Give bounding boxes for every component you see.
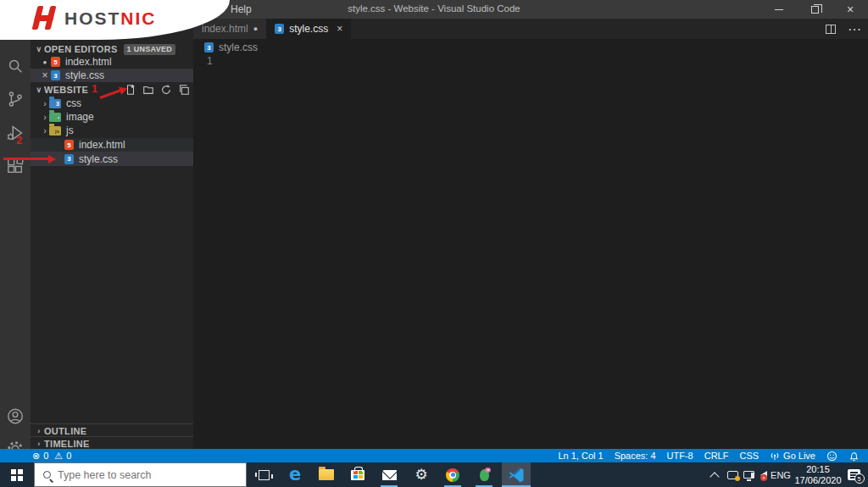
annotation-step-1: 1 [92,82,97,95]
tab-label: style.css [289,23,328,35]
open-editors-header[interactable]: ∨ OPEN EDITORS 1 UNSAVED [31,42,193,56]
feedback-smiley-icon[interactable] [826,451,837,462]
edge-icon: e [289,466,301,484]
modified-dot-icon: ● [253,25,258,33]
css-folder-icon [49,99,61,108]
tray-chevron-button[interactable] [705,462,724,487]
close-editor-icon[interactable]: × [39,69,51,81]
minimize-button[interactable] [761,0,797,19]
timeline-label: TIMELINE [44,439,90,449]
clock[interactable]: 20:15 17/06/2020 [793,464,843,485]
open-editor-item-style-css[interactable]: × style.css [31,69,193,82]
chevron-up-icon [709,472,719,481]
chrome-button[interactable] [440,462,465,487]
vscode-button[interactable] [502,462,531,487]
cursor-position[interactable]: Ln 1, Col 1 [558,451,603,461]
open-editor-item-index-html[interactable]: ● index.html [31,55,193,69]
account-icon[interactable] [6,407,25,425]
chevron-right-icon: › [41,125,49,136]
line-number: 1 [207,55,213,67]
task-view-button[interactable] [251,462,276,487]
file-explorer-button[interactable] [314,462,339,487]
outline-section-header[interactable]: › OUTLINE [31,423,193,437]
language-indicator[interactable]: ENG [768,462,793,487]
parrot-app-button[interactable] [471,462,497,487]
tablet-notification-icon [727,471,738,479]
breadcrumb-file: style.css [219,42,258,53]
breadcrumb[interactable]: style.css [204,42,258,53]
windows-taskbar: e ⚙ ENG 20:15 17/06/2020 5 [0,462,868,487]
go-live-button[interactable]: Go Live [770,451,815,461]
modified-dot-icon: ● [39,58,51,66]
tree-folder-css[interactable]: › css [31,97,193,110]
source-control-icon[interactable] [6,90,25,108]
language-mode[interactable]: CSS [739,451,759,461]
close-button[interactable]: × [832,0,868,19]
encoding[interactable]: UTF-8 [667,451,693,461]
editor-actions: ⋯ [826,19,861,39]
store-button[interactable] [345,462,370,487]
css-file-icon [275,24,284,34]
editor-area: index.html ● style.css × ⋯ style.css 1 [193,19,868,449]
brand-nic-text: NIC [120,8,156,28]
action-center-icon: 5 [848,469,860,480]
open-editors-label: OPEN EDITORS [44,44,118,54]
tree-folder-js[interactable]: › js [31,124,193,137]
tab-label: index.html [202,23,248,35]
notifications-bell-icon[interactable] [849,451,860,462]
chevron-right-icon: › [34,440,44,448]
mail-button[interactable] [376,462,402,487]
parrot-app-icon [480,469,489,481]
brand-host-text: HOST [64,8,120,28]
taskbar-search[interactable] [34,462,247,487]
restore-button[interactable] [797,0,832,19]
windows-logo-icon [11,469,23,481]
indentation[interactable]: Spaces: 4 [615,451,656,461]
close-tab-icon[interactable]: × [337,23,342,35]
hostnic-h-icon [30,6,61,30]
settings-button[interactable]: ⚙ [409,462,434,487]
edge-button[interactable]: e [282,462,308,487]
css-file-icon [51,70,60,80]
tree-file-index-html[interactable]: index.html [31,138,193,152]
notification-count-badge: 5 [854,473,865,484]
more-actions-icon[interactable]: ⋯ [848,21,861,37]
refresh-icon[interactable] [159,84,172,97]
search-icon[interactable] [6,57,25,75]
error-icon: ⊗ [32,451,40,462]
tree-folder-image[interactable]: › image [31,110,193,124]
tree-item-label: js [66,125,74,136]
chevron-right-icon: › [34,427,44,435]
error-count: 0 [43,451,48,461]
gear-icon: ⚙ [415,468,427,482]
language-label: ENG [771,470,791,480]
window-title: style.css - Website - Visual Studio Code [170,3,698,14]
speaker-muted-icon [760,471,767,479]
tree-item-label: index.html [79,139,125,151]
tab-style-css[interactable]: style.css × [266,19,351,39]
activity-bar [0,19,31,449]
mail-icon [382,470,397,480]
search-input[interactable] [58,469,227,481]
problems-indicator[interactable]: ⊗ 0 ⚠ 0 [0,451,71,462]
collapse-all-icon[interactable] [177,84,190,97]
action-center-button[interactable]: 5 [841,462,866,487]
tree-item-label: style.css [79,153,118,165]
split-editor-icon[interactable] [826,25,836,34]
outline-label: OUTLINE [44,426,86,436]
timeline-section-header[interactable]: › TIMELINE [31,436,193,450]
annotation-arrow-2 [3,158,49,160]
task-view-icon [259,470,270,480]
js-folder-icon [49,126,61,136]
open-editor-label: index.html [65,56,112,68]
new-folder-icon[interactable] [142,84,154,97]
image-folder-icon [49,113,61,122]
eol-sequence[interactable]: CRLF [704,451,729,461]
css-file-icon [64,154,74,164]
date-label: 17/06/2020 [793,475,843,486]
tree-item-label: css [66,97,81,109]
tab-bar: index.html ● style.css × ⋯ [193,19,868,39]
status-bar: ⊗ 0 ⚠ 0 Ln 1, Col 1 Spaces: 4 UTF-8 CRLF… [0,449,868,462]
warning-count: 0 [66,451,71,461]
start-button[interactable] [0,462,34,487]
